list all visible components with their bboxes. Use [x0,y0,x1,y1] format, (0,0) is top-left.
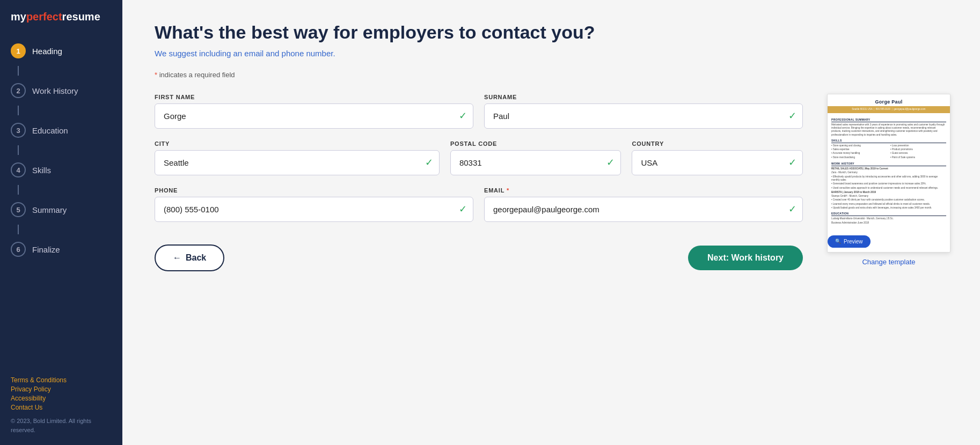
resume-name: Gorge Paul [828,94,950,107]
preview-panel: Gorge Paul Seattle 80331 USA | 800.555.0… [824,94,953,424]
logo-my: my [11,11,26,23]
city-input[interactable] [155,150,440,175]
sidebar-item-finalize[interactable]: 6 Finalize [0,234,122,264]
nav-circle-3: 3 [11,123,26,138]
resume-prof-summary-text: Motivated sales representative with 3 ye… [831,123,946,137]
back-label: Back [186,253,206,263]
sidebar-label-heading: Heading [32,47,62,56]
sidebar-label-education: Education [32,126,68,135]
back-arrow-icon: ← [173,253,181,263]
first-name-input-wrap: ✓ [155,103,473,129]
phone-input-wrap: ✓ [155,197,473,222]
privacy-link[interactable]: Privacy Policy [11,385,112,393]
next-button[interactable]: Next: Work history [688,246,803,270]
nav-circle-5: 5 [11,202,26,217]
phone-label: PHONE [155,187,473,194]
location-row: CITY ✓ POSTAL CODE ✓ COUNTRY [155,140,803,175]
phone-group: PHONE ✓ [155,187,473,222]
resume-education-title: EDUCATION [831,212,946,216]
terms-link[interactable]: Terms & Conditions [11,376,112,384]
nav-circle-2: 2 [11,83,26,98]
surname-input[interactable] [484,103,803,129]
main-content: What's the best way for employers to con… [122,0,980,445]
city-input-wrap: ✓ [155,150,440,175]
resume-body: PROFESSIONAL SUMMARY Motivated sales rep… [828,113,950,228]
email-group: EMAIL * ✓ [484,187,803,222]
nav-connector-1 [18,66,19,76]
preview-button[interactable]: 🔍 Preview [828,235,871,248]
sidebar-item-education[interactable]: 3 Education [0,115,122,145]
email-label: EMAIL * [484,187,803,194]
preview-button-label: Preview [844,239,863,244]
form-fields: FIRST NAME ✓ SURNAME ✓ CITY [155,94,803,424]
city-label: CITY [155,140,440,147]
sidebar-nav: 1 Heading 2 Work History 3 Education 4 S… [0,36,122,366]
resume-prof-summary-title: PROFESSIONAL SUMMARY [831,118,946,122]
page-subtitle: We suggest including an email and phone … [155,49,953,58]
accessibility-link[interactable]: Accessibility [11,395,112,402]
form-area: FIRST NAME ✓ SURNAME ✓ CITY [155,94,953,424]
contact-link[interactable]: Contact Us [11,404,112,411]
nav-circle-6: 6 [11,242,26,257]
sidebar-label-summary: Summary [32,205,67,214]
first-name-input[interactable] [155,103,473,129]
nav-connector-2 [18,106,19,115]
back-button[interactable]: ← Back [155,244,224,271]
email-required-star: * [504,187,509,194]
postal-code-group: POSTAL CODE ✓ [450,140,621,175]
contact-row: PHONE ✓ EMAIL * ✓ [155,187,803,222]
page-title: What's the best way for employers to con… [155,21,953,43]
resume-contact-bar: Seattle 80331 USA | 800.555.0100 | georg… [828,106,950,113]
country-input-wrap: ✓ [632,150,803,175]
preview-zoom-icon: 🔍 [835,239,841,244]
sidebar-label-finalize: Finalize [32,245,60,254]
sidebar-item-summary[interactable]: 5 Summary [0,195,122,225]
sidebar-footer: Terms & Conditions Privacy Policy Access… [0,366,122,445]
first-name-group: FIRST NAME ✓ [155,94,473,129]
nav-connector-3 [18,145,19,155]
resume-skills-col2: • Loss prevention • Product promotions •… [890,144,946,160]
nav-circle-1: 1 [11,43,26,58]
postal-code-input[interactable] [450,150,621,175]
country-label: COUNTRY [632,140,803,147]
email-input-wrap: ✓ [484,197,803,222]
sidebar-item-work-history[interactable]: 2 Work History [0,76,122,106]
sidebar-item-heading[interactable]: 1 Heading [0,36,122,66]
copyright-text: © 2023, Bold Limited. All rights reserve… [11,417,112,434]
surname-group: SURNAME ✓ [484,94,803,129]
sidebar-label-work-history: Work History [32,86,78,95]
surname-input-wrap: ✓ [484,103,803,129]
resume-card: Gorge Paul Seattle 80331 USA | 800.555.0… [827,94,950,253]
city-group: CITY ✓ [155,140,440,175]
first-name-label: FIRST NAME [155,94,473,100]
sidebar-item-skills[interactable]: 4 Skills [0,155,122,185]
resume-skills-title: SKILLS [831,139,946,143]
resume-work-history-title: WORK HISTORY [831,162,946,166]
resume-skills-col1: • Store opening and closing • Sales expe… [831,144,887,160]
sidebar-label-skills: Skills [32,166,51,175]
change-template-link[interactable]: Change template [862,258,915,266]
logo-perfect: perfect [26,11,62,23]
sidebar: myperfectresume 1 Heading 2 Work History… [0,0,122,445]
nav-connector-5 [18,225,19,234]
name-row: FIRST NAME ✓ SURNAME ✓ [155,94,803,129]
bottom-nav: ← Back Next: Work history [155,239,803,271]
resume-skills-cols: • Store opening and closing • Sales expe… [831,144,946,160]
country-input[interactable] [632,150,803,175]
surname-label: SURNAME [484,94,803,100]
country-group: COUNTRY ✓ [632,140,803,175]
required-star: * [155,71,157,79]
app-logo: myperfectresume [0,0,122,36]
phone-input[interactable] [155,197,473,222]
nav-circle-4: 4 [11,162,26,177]
required-note: * indicates a required field [155,71,953,79]
nav-connector-4 [18,185,19,195]
logo-resume: resume [62,11,100,23]
email-input[interactable] [484,197,803,222]
postal-code-label: POSTAL CODE [450,140,621,147]
postal-code-input-wrap: ✓ [450,150,621,175]
